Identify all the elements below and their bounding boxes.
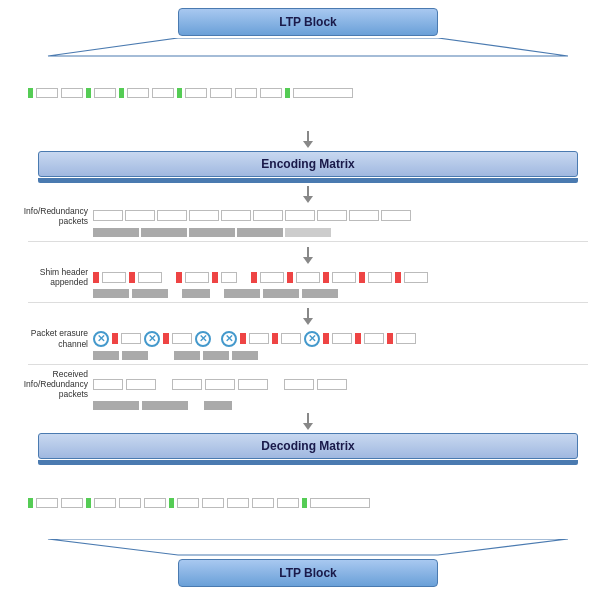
received-packets xyxy=(93,379,608,390)
shim-header-packets xyxy=(93,272,608,283)
pkt-gray xyxy=(189,228,235,237)
info-redundancy-gray-row xyxy=(8,228,608,237)
arrow-1 xyxy=(303,131,313,148)
encoding-matrix-bar xyxy=(38,178,578,183)
packet-white xyxy=(152,88,174,98)
ltp-top-packet-row xyxy=(28,59,588,128)
erasure-x-2: ✕ xyxy=(144,331,160,347)
packet-green xyxy=(285,88,290,98)
divider-2 xyxy=(28,302,588,303)
pkt-gray xyxy=(141,228,187,237)
packet-erasure-row: Packet erasurechannel ✕ ✕ ✕ ✕ ✕ xyxy=(8,328,608,348)
packet-green xyxy=(177,88,182,98)
info-redundancy-row: Info/Redundancypackets xyxy=(8,206,608,226)
arrow-5 xyxy=(303,413,313,430)
pkt xyxy=(93,210,123,221)
info-redundancy-packets xyxy=(93,210,608,221)
decoding-matrix-label: Decoding Matrix xyxy=(38,433,578,459)
packet-white xyxy=(94,88,116,98)
pkt xyxy=(349,210,379,221)
received-label: ReceivedInfo/Redundancypackets xyxy=(8,369,93,400)
ltp-block-top: LTP Block xyxy=(178,8,438,36)
divider-1 xyxy=(28,241,588,242)
erasure-x-3: ✕ xyxy=(195,331,211,347)
pkt xyxy=(285,210,315,221)
arrow-3 xyxy=(303,247,313,264)
decoding-matrix-bar xyxy=(38,460,578,465)
pkt xyxy=(253,210,283,221)
packet-green xyxy=(119,88,124,98)
arrow-2 xyxy=(303,186,313,203)
pkt xyxy=(381,210,411,221)
info-redundancy-label: Info/Redundancypackets xyxy=(8,206,93,226)
ltp-block-top-label: LTP Block xyxy=(178,8,438,36)
shim-header-label: Shim headerappended xyxy=(8,267,93,287)
pkt xyxy=(189,210,219,221)
svg-marker-0 xyxy=(48,38,568,56)
pkt-gray xyxy=(93,228,139,237)
decoded-packet-row xyxy=(28,468,588,537)
arrow-4 xyxy=(303,308,313,325)
erasure-x-4: ✕ xyxy=(221,331,237,347)
bottom-trapezoid-connector xyxy=(28,539,588,557)
pkt xyxy=(221,210,251,221)
packet-white xyxy=(210,88,232,98)
received-row: ReceivedInfo/Redundancypackets xyxy=(8,369,608,400)
diagram: LTP Block Encoding Matrix xyxy=(0,0,616,595)
ltp-block-bottom: LTP Block xyxy=(178,559,438,587)
ltp-block-bottom-label: LTP Block xyxy=(178,559,438,587)
top-trapezoid-connector xyxy=(28,38,588,58)
erasure-x-5: ✕ xyxy=(304,331,320,347)
packet-white xyxy=(235,88,257,98)
encoding-matrix-label: Encoding Matrix xyxy=(38,151,578,177)
erasure-x-1: ✕ xyxy=(93,331,109,347)
packet-green xyxy=(86,88,91,98)
erasure-channel-packets: ✕ ✕ ✕ ✕ ✕ xyxy=(93,331,608,347)
shim-header-row: Shim headerappended xyxy=(8,267,608,287)
packet-white-wide xyxy=(293,88,353,98)
encoding-matrix-box: Encoding Matrix xyxy=(38,151,578,183)
packet-erasure-label: Packet erasurechannel xyxy=(8,328,93,348)
pkt-lightgray xyxy=(285,228,331,237)
pkt xyxy=(317,210,347,221)
pkt xyxy=(157,210,187,221)
decoding-matrix-box: Decoding Matrix xyxy=(38,433,578,465)
packet-white xyxy=(61,88,83,98)
packet-white xyxy=(185,88,207,98)
packet-green xyxy=(28,88,33,98)
pkt-gray xyxy=(237,228,283,237)
packet-white xyxy=(127,88,149,98)
divider-3 xyxy=(28,364,588,365)
packet-white xyxy=(36,88,58,98)
packet-white xyxy=(260,88,282,98)
pkt xyxy=(125,210,155,221)
svg-marker-1 xyxy=(48,539,568,555)
